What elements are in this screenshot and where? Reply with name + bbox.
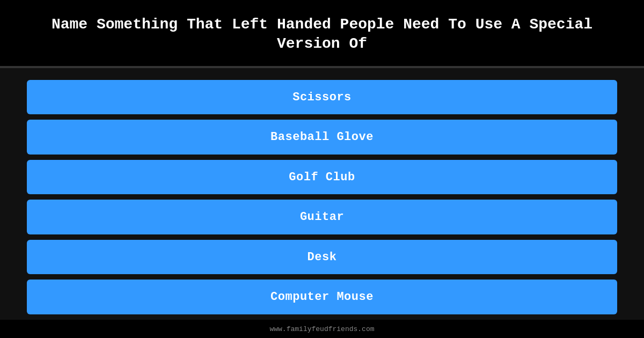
- answer-text-6: Computer Mouse: [270, 290, 374, 304]
- answer-button-5[interactable]: Desk: [27, 240, 617, 275]
- answer-text-5: Desk: [308, 251, 337, 264]
- header: Name Something That Left Handed People N…: [0, 0, 644, 66]
- answers-container: Scissors Baseball Glove Golf Club Guitar…: [0, 68, 644, 320]
- answer-button-1[interactable]: Scissors: [27, 80, 617, 115]
- answer-button-4[interactable]: Guitar: [27, 200, 617, 234]
- answer-text-4: Guitar: [300, 210, 344, 224]
- footer-url: www.familyfeudfriends.com: [269, 325, 374, 333]
- answer-button-3[interactable]: Golf Club: [27, 160, 617, 195]
- footer: www.familyfeudfriends.com: [0, 320, 644, 338]
- question-title: Name Something That Left Handed People N…: [52, 16, 592, 52]
- answer-button-2[interactable]: Baseball Glove: [27, 120, 617, 155]
- answer-text-3: Golf Club: [289, 171, 355, 184]
- answer-text-2: Baseball Glove: [270, 130, 374, 144]
- answer-button-6[interactable]: Computer Mouse: [27, 280, 617, 314]
- answer-text-1: Scissors: [292, 91, 352, 104]
